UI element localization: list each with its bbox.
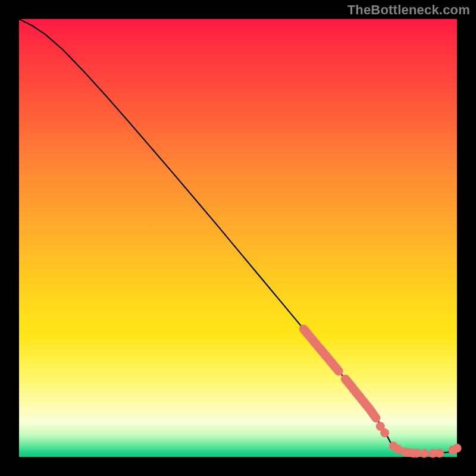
bottleneck-curve xyxy=(19,19,457,453)
highlight-pill xyxy=(345,379,376,418)
chart-frame: TheBottleneck.com xyxy=(0,0,476,476)
highlight-dot xyxy=(380,428,389,437)
attribution-watermark: TheBottleneck.com xyxy=(347,2,470,18)
plot-area xyxy=(19,19,457,457)
highlight-dot xyxy=(453,444,462,453)
highlight-dot xyxy=(435,449,444,458)
highlight-points xyxy=(303,329,461,458)
curve-layer xyxy=(19,19,457,457)
highlight-pill xyxy=(303,329,339,371)
highlight-dot xyxy=(419,449,428,458)
